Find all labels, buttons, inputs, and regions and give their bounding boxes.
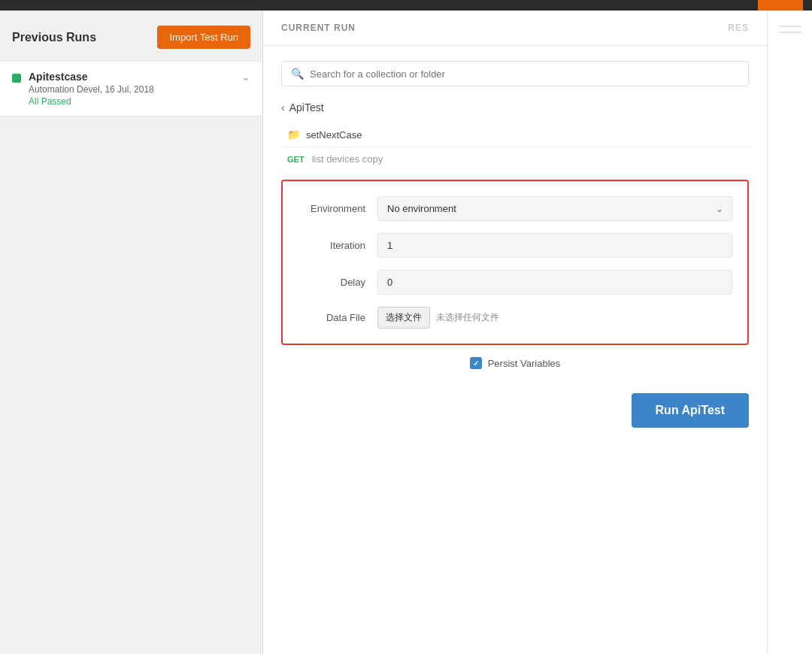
run-item[interactable]: Apitestcase Automation Devel, 16 Jul, 20… bbox=[0, 61, 262, 117]
right-panel-line-1 bbox=[779, 26, 801, 27]
choose-file-button[interactable]: 选择文件 bbox=[377, 307, 430, 329]
run-item-name: Apitestcase bbox=[29, 71, 234, 83]
chevron-down-icon: ⌄ bbox=[241, 71, 250, 83]
active-tab-indicator bbox=[758, 0, 803, 11]
content-area: CURRENT RUN RES 🔍 ‹ ApiTest 📁 setNextCas… bbox=[263, 11, 767, 654]
top-bar bbox=[0, 0, 812, 11]
right-panel-line-2 bbox=[779, 32, 801, 33]
sidebar: Previous Runs Import Test Run Apitestcas… bbox=[0, 11, 263, 654]
iteration-input[interactable] bbox=[377, 233, 732, 258]
http-method-badge: GET bbox=[287, 155, 304, 164]
file-input-group: 选择文件 未选择任何文件 bbox=[377, 307, 499, 329]
collection-nav[interactable]: ‹ ApiTest bbox=[281, 98, 749, 117]
content-body: 🔍 ‹ ApiTest 📁 setNextCase GET list devic… bbox=[263, 46, 767, 654]
import-test-run-button[interactable]: Import Test Run bbox=[157, 26, 250, 49]
delay-input[interactable] bbox=[377, 270, 732, 295]
delay-label: Delay bbox=[298, 277, 365, 288]
collection-name: ApiTest bbox=[289, 101, 324, 114]
right-panel bbox=[767, 11, 812, 654]
data-file-label: Data File bbox=[298, 312, 365, 323]
sidebar-title: Previous Runs bbox=[12, 31, 96, 44]
persist-variables-row: ✓ Persist Variables bbox=[281, 357, 749, 369]
back-arrow-icon: ‹ bbox=[281, 101, 285, 114]
run-apitest-button[interactable]: Run ApiTest bbox=[632, 393, 749, 428]
content-header: CURRENT RUN RES bbox=[263, 11, 767, 46]
folder-item[interactable]: 📁 setNextCase bbox=[281, 123, 749, 147]
run-item-content: Apitestcase Automation Devel, 16 Jul, 20… bbox=[29, 71, 234, 107]
run-item-status: All Passed bbox=[29, 96, 234, 107]
data-file-row: Data File 选择文件 未选择任何文件 bbox=[298, 307, 732, 329]
current-run-label: CURRENT RUN bbox=[281, 23, 356, 33]
persist-variables-label: Persist Variables bbox=[488, 358, 561, 369]
api-item-name: list devices copy bbox=[312, 153, 383, 165]
api-item[interactable]: GET list devices copy bbox=[281, 147, 749, 171]
config-section: Environment No environment ⌄ Iteration bbox=[281, 180, 749, 345]
main-layout: Previous Runs Import Test Run Apitestcas… bbox=[0, 11, 812, 654]
search-box: 🔍 bbox=[281, 61, 749, 86]
status-indicator bbox=[12, 74, 21, 83]
results-label: RES bbox=[728, 23, 749, 33]
no-file-label: 未选择任何文件 bbox=[436, 311, 499, 324]
search-input[interactable] bbox=[310, 68, 739, 80]
iteration-row: Iteration bbox=[298, 233, 732, 258]
iteration-label: Iteration bbox=[298, 240, 365, 251]
run-button-row: Run ApiTest bbox=[281, 393, 749, 443]
sidebar-header: Previous Runs Import Test Run bbox=[0, 11, 262, 61]
checkmark-icon: ✓ bbox=[473, 359, 479, 368]
delay-row: Delay bbox=[298, 270, 732, 295]
environment-select[interactable]: No environment bbox=[377, 196, 732, 221]
run-item-subtitle: Automation Devel, 16 Jul, 2018 bbox=[29, 84, 234, 95]
persist-variables-checkbox[interactable]: ✓ bbox=[470, 357, 482, 369]
environment-select-wrapper: No environment ⌄ bbox=[377, 196, 732, 221]
search-icon: 🔍 bbox=[291, 68, 304, 80]
folder-icon: 📁 bbox=[287, 129, 300, 141]
environment-label: Environment bbox=[298, 203, 365, 214]
environment-row: Environment No environment ⌄ bbox=[298, 196, 732, 221]
folder-name: setNextCase bbox=[306, 129, 362, 141]
